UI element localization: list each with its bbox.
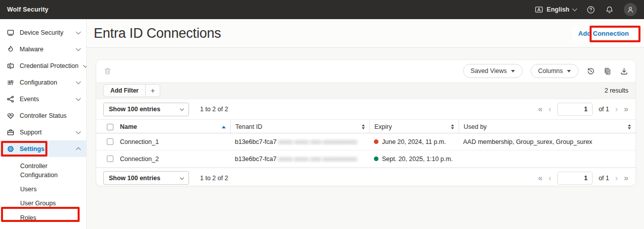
last-page-button[interactable]: »: [624, 105, 628, 113]
caret-down-icon: [567, 70, 571, 72]
sidebar-subitem-roles[interactable]: Roles: [0, 211, 86, 225]
prev-page-button[interactable]: ‹: [549, 105, 551, 113]
range-text: 1 to 2 of 2: [200, 175, 228, 182]
settings-submenu: Controller Configuration Users User Grou…: [0, 157, 86, 229]
row-checkbox[interactable]: [107, 138, 113, 145]
add-filter-plus-button[interactable]: +: [145, 85, 160, 97]
prev-page-button[interactable]: ‹: [549, 174, 551, 182]
column-label: Expiry: [374, 123, 392, 130]
sidebar-item-events[interactable]: Events: [0, 91, 86, 107]
top-bar: Wolf Security English: [0, 0, 644, 19]
cell-used-by: AAD membership, Group_surex, Group_surex: [459, 138, 635, 145]
add-filter-button[interactable]: Add Filter +: [103, 84, 160, 97]
status-dot-expired: [374, 139, 378, 144]
language-icon: [535, 6, 543, 14]
chevron-down-icon: [180, 175, 184, 179]
sidebar-item-support[interactable]: Support: [0, 124, 86, 140]
sidebar-subitem-users[interactable]: Users: [0, 182, 86, 196]
cell-tenant-id: b13e6bc7-fca7-xxxx-xxxx-xxx-xxxxxxxxxx: [230, 156, 369, 163]
chevron-up-icon: [76, 147, 81, 152]
first-page-button[interactable]: «: [538, 105, 543, 113]
help-icon[interactable]: [587, 6, 595, 14]
row-checkbox-cell: [96, 156, 115, 162]
pagination-row-bottom: Show 100 entries 1 to 2 of 2 « ‹ of 1 › …: [96, 168, 635, 186]
table-row[interactable]: Connection_1 b13e6bc7-fca7-xxxx-xxxx-xxx…: [96, 133, 635, 150]
column-label: Name: [120, 123, 137, 130]
next-page-button[interactable]: ›: [615, 174, 618, 182]
results-count: 2 results: [605, 87, 628, 94]
language-selector[interactable]: English: [535, 6, 576, 14]
sidebar-item-credential-protection[interactable]: Credential Protection: [0, 57, 86, 74]
first-page-button[interactable]: «: [538, 174, 543, 182]
controller-status-icon: [7, 112, 15, 120]
row-checkbox[interactable]: [107, 156, 113, 162]
select-all-cell: [96, 120, 115, 134]
sidebar-item-settings[interactable]: Settings: [0, 140, 86, 157]
entries-controls: Show 100 entries 1 to 2 of 2: [103, 103, 228, 116]
chevron-down-icon: [572, 7, 577, 12]
history-icon[interactable]: [587, 67, 595, 75]
pager: « ‹ of 1 › »: [538, 172, 628, 185]
sidebar-item-device-security[interactable]: Device Security: [0, 24, 86, 41]
page-header: Entra ID Connections Add Connection: [87, 19, 644, 48]
cell-expiry: June 20, 2024, 11 p.m.: [369, 138, 459, 145]
notifications-icon[interactable]: [605, 6, 614, 14]
page-of-label: of 1: [599, 106, 609, 113]
row-checkbox-cell: [96, 138, 115, 145]
columns-dropdown[interactable]: Columns: [531, 64, 578, 78]
entries-select[interactable]: Show 100 entries: [103, 171, 189, 185]
entries-select-value: Show 100 entries: [109, 175, 160, 182]
tenant-id-visible: b13e6bc7-fca7: [235, 138, 277, 145]
page-number-input[interactable]: [557, 172, 593, 185]
add-filter-label: Add Filter: [104, 85, 145, 97]
last-page-button[interactable]: »: [624, 174, 628, 182]
columns-label: Columns: [538, 67, 563, 74]
sidebar-subitem-user-groups[interactable]: User Groups: [0, 196, 86, 210]
column-header-tenant-id[interactable]: Tenant ID: [230, 120, 369, 134]
add-connection-button[interactable]: Add Connection: [572, 26, 635, 41]
malware-icon: [7, 45, 15, 53]
sidebar-item-malware[interactable]: Malware: [0, 41, 86, 57]
sidebar-item-label: Settings: [20, 145, 72, 152]
sidebar-item-controller-status[interactable]: Controller Status: [0, 107, 86, 124]
avatar[interactable]: [624, 3, 637, 16]
sort-ascending-icon: [222, 126, 226, 128]
language-label: English: [547, 6, 569, 13]
download-icon[interactable]: [620, 67, 628, 75]
sidebar-item-label: Support: [20, 129, 72, 136]
topbar-actions: English: [535, 3, 637, 16]
connections-table-card: Saved Views Columns: [96, 59, 636, 186]
table-row[interactable]: Connection_2 b13e6bc7-fca7-xxxx-xxxx-xxx…: [96, 150, 635, 168]
sidebar: Device Security Malware Credential Prote…: [0, 19, 87, 229]
copy-icon[interactable]: [603, 67, 612, 75]
column-header-used-by[interactable]: Used by: [459, 120, 635, 134]
credential-protection-icon: [7, 62, 15, 70]
column-header-name[interactable]: Name: [115, 120, 230, 134]
cell-name: Connection_2: [115, 156, 230, 163]
select-all-checkbox[interactable]: [107, 124, 113, 130]
pagination-row-top: Show 100 entries 1 to 2 of 2 « ‹ of 1 › …: [96, 99, 635, 119]
filter-bar: Add Filter + 2 results: [96, 82, 635, 99]
settings-gear-icon: [7, 145, 15, 153]
next-page-button[interactable]: ›: [615, 105, 618, 113]
configuration-icon: [7, 79, 15, 87]
chevron-down-icon: [76, 129, 81, 134]
column-header-expiry[interactable]: Expiry: [369, 120, 459, 134]
page-number-input[interactable]: [557, 103, 593, 116]
tenant-id-redacted: -xxxx-xxxx-xxx-xxxxxxxxxx: [277, 156, 357, 163]
table-header: Name Tenant ID Expiry Used by: [96, 119, 635, 133]
entries-select[interactable]: Show 100 entries: [103, 103, 189, 116]
main-content: Entra ID Connections Add Connection Save…: [87, 19, 644, 229]
sidebar-subitem-controller-configuration[interactable]: Controller Configuration: [0, 159, 86, 182]
saved-views-dropdown[interactable]: Saved Views: [463, 64, 523, 78]
delete-icon[interactable]: [103, 67, 112, 75]
tenant-id-redacted: -xxxx-xxxx-xxx-xxxxxxxxxx: [277, 138, 357, 145]
sort-icon: [451, 124, 454, 129]
range-text: 1 to 2 of 2: [200, 106, 228, 113]
sidebar-item-configuration[interactable]: Configuration: [0, 74, 86, 91]
sidebar-subitem-entra-id-connections[interactable]: Entra ID Connections: [0, 225, 86, 229]
cell-name: Connection_1: [115, 138, 230, 145]
user-icon: [626, 6, 634, 14]
cell-expiry: Sept. 20, 2025, 1:10 p.m.: [369, 156, 459, 163]
caret-down-icon: [511, 70, 515, 72]
